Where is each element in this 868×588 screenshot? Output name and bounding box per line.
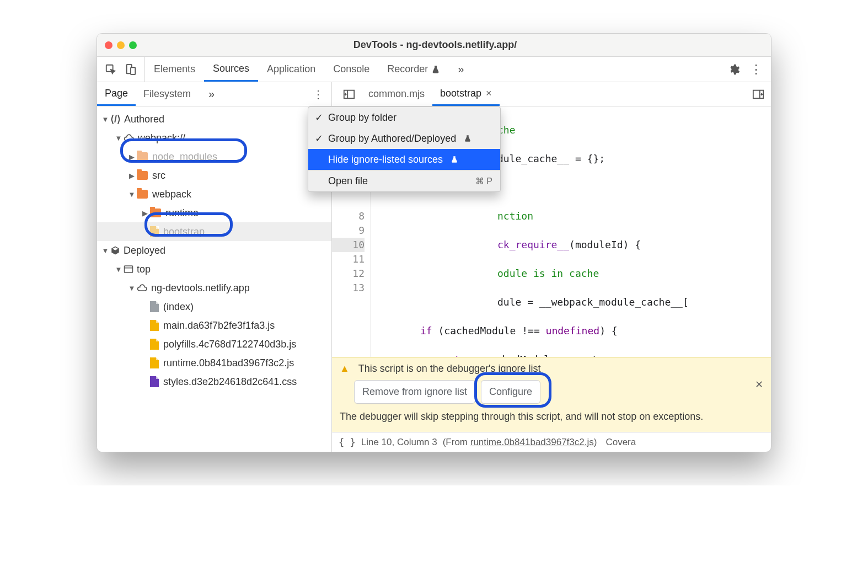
- main-toolbar: Elements Sources Application Console Rec…: [97, 57, 771, 82]
- cloud-icon: [124, 133, 135, 142]
- source-map-link[interactable]: runtime.0b841bad3967f3c2.js: [470, 437, 594, 447]
- close-tab-icon[interactable]: ×: [486, 88, 492, 99]
- braces-icon[interactable]: { }: [339, 437, 356, 448]
- file-tab-common[interactable]: common.mjs: [361, 82, 432, 106]
- cube-icon: [110, 245, 120, 255]
- editor-statusbar: { } Line 10, Column 3 (From runtime.0b84…: [332, 432, 771, 452]
- warning-icon: ▲: [340, 363, 350, 375]
- folder-icon: [137, 190, 148, 199]
- file-icon: [150, 320, 159, 331]
- navigator-pane: Page Filesystem » ⋮ ▼ ⟨/⟩ Authored ▼ web…: [97, 82, 332, 452]
- nav-tab-page[interactable]: Page: [97, 82, 136, 106]
- tree-item-webpack[interactable]: ▼ webpack://: [97, 129, 331, 147]
- tree-file-main[interactable]: main.da63f7b2fe3f1fa3.js: [97, 316, 331, 335]
- cloud-icon: [137, 284, 148, 292]
- navigator-tabs: Page Filesystem » ⋮: [97, 82, 331, 106]
- minimize-window-icon[interactable]: [117, 41, 125, 49]
- file-icon: [150, 339, 159, 350]
- nav-more-tabs[interactable]: »: [203, 82, 220, 106]
- file-tree: ▼ ⟨/⟩ Authored ▼ webpack:// ▶ node_modul…: [97, 106, 331, 452]
- titlebar: DevTools - ng-devtools.netlify.app/: [97, 34, 771, 57]
- notice-heading: This script is on the debugger's ignore …: [358, 363, 541, 375]
- kebab-menu-icon[interactable]: ⋮: [750, 63, 762, 76]
- flask-icon: [464, 135, 471, 142]
- tree-item-src[interactable]: ▶ src: [97, 166, 331, 185]
- close-window-icon[interactable]: [105, 41, 112, 49]
- nav-kebab-icon[interactable]: ⋮: [305, 82, 331, 106]
- file-tabs: common.mjs bootstrap ×: [332, 82, 771, 106]
- configure-button[interactable]: Configure: [481, 380, 540, 404]
- tree-item-top[interactable]: ▼ top: [97, 260, 331, 279]
- notice-body: The debugger will skip stepping through …: [340, 409, 763, 424]
- file-icon: [150, 226, 159, 237]
- show-debugger-icon[interactable]: [746, 82, 771, 106]
- tree-item-runtime[interactable]: ▶ runtime: [97, 204, 331, 222]
- folder-icon: [137, 171, 148, 180]
- panel-tabs: Elements Sources Application Console Rec…: [145, 57, 719, 82]
- tree-group-deployed[interactable]: ▼ Deployed: [97, 241, 331, 260]
- content-area: Page Filesystem » ⋮ ▼ ⟨/⟩ Authored ▼ web…: [97, 82, 771, 452]
- tab-console[interactable]: Console: [324, 57, 378, 82]
- settings-icon[interactable]: [728, 63, 740, 76]
- cursor-position: Line 10, Column 3: [361, 437, 437, 448]
- tab-sources[interactable]: Sources: [204, 57, 258, 82]
- tree-item-bootstrap[interactable]: bootstrap: [97, 222, 331, 241]
- ctx-group-by-authored[interactable]: ✓Group by Authored/Deployed: [308, 128, 500, 149]
- tab-recorder[interactable]: Recorder: [378, 57, 449, 82]
- tree-group-authored[interactable]: ▼ ⟨/⟩ Authored: [97, 110, 331, 129]
- tree-file-styles[interactable]: styles.d3e2b24618d2c641.css: [97, 372, 331, 391]
- tab-elements[interactable]: Elements: [145, 57, 204, 82]
- tree-item-node-modules[interactable]: ▶ node_modules: [97, 147, 331, 166]
- folder-icon: [150, 209, 161, 217]
- zoom-window-icon[interactable]: [129, 41, 137, 49]
- tree-file-polyfills[interactable]: polyfills.4c768d7122740d3b.js: [97, 335, 331, 354]
- close-icon[interactable]: ✕: [755, 378, 763, 391]
- frame-icon: [124, 265, 133, 274]
- remove-from-ignore-button[interactable]: Remove from ignore list: [354, 380, 475, 404]
- folder-icon: [137, 152, 148, 161]
- ctx-open-file[interactable]: Open file ⌘ P: [308, 170, 500, 191]
- nav-tab-filesystem[interactable]: Filesystem: [136, 82, 199, 106]
- inspect-icon[interactable]: [105, 63, 117, 76]
- svg-rect-3: [125, 266, 133, 272]
- coverage-label: Covera: [606, 437, 636, 448]
- code-icon: ⟨/⟩: [110, 113, 121, 125]
- tree-item-webpack-folder[interactable]: ▼ webpack: [97, 185, 331, 204]
- ignore-list-notice: ▲ This script is on the debugger's ignor…: [332, 357, 771, 432]
- ctx-group-by-folder[interactable]: ✓Group by folder: [308, 107, 500, 128]
- file-icon: [150, 301, 159, 312]
- file-tab-bootstrap[interactable]: bootstrap ×: [432, 82, 500, 106]
- source-map-info: (From runtime.0b841bad3967f3c2.js): [443, 437, 597, 448]
- file-icon: [150, 357, 159, 368]
- window-controls: [105, 41, 137, 49]
- svg-rect-2: [131, 67, 135, 74]
- window-title: DevTools - ng-devtools.netlify.app/: [137, 39, 733, 51]
- tree-item-domain[interactable]: ▼ ng-devtools.netlify.app: [97, 279, 331, 297]
- navigator-context-menu: ✓Group by folder ✓Group by Authored/Depl…: [308, 106, 501, 192]
- device-toggle-icon[interactable]: [125, 63, 137, 76]
- ctx-hide-ignored[interactable]: Hide ignore-listed sources: [308, 149, 500, 170]
- flask-icon: [451, 156, 458, 163]
- tab-application[interactable]: Application: [258, 57, 324, 82]
- flask-icon: [431, 65, 440, 74]
- tree-file-index[interactable]: (index): [97, 297, 331, 316]
- file-icon: [150, 376, 159, 387]
- devtools-window: DevTools - ng-devtools.netlify.app/ Elem…: [97, 33, 771, 452]
- show-navigator-icon[interactable]: [337, 82, 361, 106]
- more-tabs-button[interactable]: »: [449, 57, 473, 82]
- gear-icon: [728, 63, 740, 76]
- tree-file-runtime[interactable]: runtime.0b841bad3967f3c2.js: [97, 354, 331, 372]
